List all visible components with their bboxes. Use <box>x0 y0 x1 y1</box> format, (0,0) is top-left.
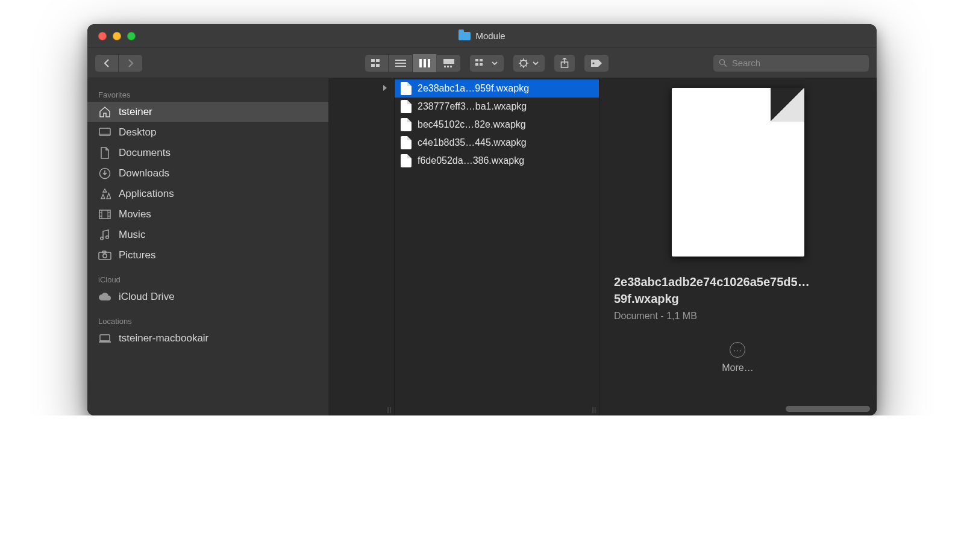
file-row[interactable]: f6de052da…386.wxapkg <box>395 152 599 170</box>
titlebar: Module <box>87 24 877 48</box>
nav-buttons <box>95 54 143 72</box>
home-icon <box>98 107 111 117</box>
sidebar-item-downloads[interactable]: Downloads <box>87 163 328 184</box>
traffic-lights <box>87 32 136 40</box>
document-icon <box>401 154 412 167</box>
file-name: 2e38abc1a…959f.wxapkg <box>418 83 529 94</box>
icon-view-button[interactable] <box>365 54 389 72</box>
horizontal-scrollbar[interactable] <box>786 406 870 412</box>
sidebar-item-applications[interactable]: Applications <box>87 184 328 204</box>
svg-rect-13 <box>450 66 452 67</box>
zoom-window-button[interactable] <box>127 32 136 40</box>
sidebar-item-movies[interactable]: Movies <box>87 204 328 225</box>
file-row[interactable]: 2e38abc1a…959f.wxapkg <box>395 79 599 98</box>
file-row[interactable]: 238777eff3…ba1.wxapkg <box>395 98 599 116</box>
music-icon <box>98 229 111 241</box>
column-view-button[interactable] <box>413 54 437 72</box>
column-preview: 2e38abc1adb2e74c1026a5e75d5…59f.wxapkg D… <box>599 78 877 415</box>
svg-rect-0 <box>371 59 375 62</box>
search-input[interactable] <box>732 58 863 68</box>
file-name: 238777eff3…ba1.wxapkg <box>418 101 527 112</box>
preview-more-label: More… <box>722 362 753 373</box>
sidebar-header-locations: Locations <box>87 313 328 328</box>
sidebar-item-music[interactable]: Music <box>87 225 328 245</box>
forward-button[interactable] <box>119 54 143 72</box>
svg-rect-7 <box>419 59 422 67</box>
svg-rect-35 <box>99 252 111 260</box>
column-file-list[interactable]: 2e38abc1a…959f.wxapkg 238777eff3…ba1.wxa… <box>395 78 599 415</box>
preview-more-button[interactable]: ··· More… <box>722 342 753 373</box>
content-area: Favorites tsteiner Desktop Documents Dow… <box>87 78 877 415</box>
file-name: c4e1b8d35…445.wxapkg <box>418 137 527 148</box>
preview-thumbnail[interactable] <box>672 88 804 257</box>
list-view-button[interactable] <box>389 54 413 72</box>
view-mode-control <box>365 54 461 72</box>
svg-rect-12 <box>447 66 449 67</box>
svg-rect-16 <box>475 63 478 66</box>
pictures-icon <box>98 250 111 260</box>
column-resize-handle[interactable]: || <box>387 406 392 413</box>
svg-rect-15 <box>480 59 483 61</box>
file-row[interactable]: bec45102c…82e.wxapkg <box>395 116 599 134</box>
sidebar-item-pictures[interactable]: Pictures <box>87 245 328 266</box>
applications-icon <box>98 188 111 200</box>
chevron-right-icon <box>382 83 388 94</box>
svg-rect-11 <box>444 66 446 67</box>
sidebar-item-label: Downloads <box>119 167 169 179</box>
preview-kind-size: Document - 1,1 MB <box>614 311 862 322</box>
svg-rect-3 <box>376 64 380 67</box>
svg-rect-9 <box>428 59 430 67</box>
sidebar-item-label: tsteiner-macbookair <box>119 332 208 344</box>
svg-rect-26 <box>99 210 110 219</box>
downloads-icon <box>98 167 111 179</box>
preview-filename: 2e38abc1adb2e74c1026a5e75d5…59f.wxapkg <box>614 273 862 307</box>
search-field[interactable] <box>713 54 869 72</box>
close-window-button[interactable] <box>98 32 107 40</box>
minimize-window-button[interactable] <box>113 32 121 40</box>
sidebar[interactable]: Favorites tsteiner Desktop Documents Dow… <box>87 78 328 415</box>
document-icon <box>401 100 412 113</box>
sidebar-item-desktop[interactable]: Desktop <box>87 122 328 143</box>
sidebar-item-label: Pictures <box>119 249 155 261</box>
svg-rect-5 <box>395 63 406 64</box>
document-icon <box>401 82 412 95</box>
file-name: f6de052da…386.wxapkg <box>418 155 524 166</box>
sidebar-header-favorites: Favorites <box>87 87 328 102</box>
document-icon <box>401 136 412 149</box>
sidebar-header-icloud: iCloud <box>87 272 328 287</box>
svg-point-21 <box>719 60 724 64</box>
file-row[interactable]: c4e1b8d35…445.wxapkg <box>395 134 599 152</box>
svg-rect-38 <box>100 335 110 341</box>
sidebar-item-label: Desktop <box>119 126 156 138</box>
svg-point-37 <box>103 254 107 258</box>
toolbar <box>87 48 877 78</box>
edit-tags-button[interactable] <box>584 54 609 72</box>
back-button[interactable] <box>95 54 119 72</box>
documents-icon <box>98 147 111 159</box>
group-by-button[interactable] <box>469 54 504 72</box>
desktop-icon <box>98 128 111 137</box>
more-icon: ··· <box>730 342 745 358</box>
svg-rect-14 <box>475 59 478 61</box>
column-parent[interactable]: || <box>328 78 395 415</box>
sidebar-item-computer[interactable]: tsteiner-macbookair <box>87 328 328 349</box>
svg-line-22 <box>724 64 727 67</box>
window-title: Module <box>87 31 877 41</box>
document-icon <box>401 118 412 131</box>
svg-rect-17 <box>480 63 483 66</box>
sidebar-item-label: Applications <box>119 188 174 200</box>
svg-point-33 <box>101 237 104 240</box>
svg-rect-4 <box>395 60 406 61</box>
svg-rect-10 <box>443 59 454 64</box>
svg-point-20 <box>592 62 594 64</box>
action-button[interactable] <box>513 54 545 72</box>
sidebar-item-home[interactable]: tsteiner <box>87 102 328 122</box>
sidebar-item-documents[interactable]: Documents <box>87 143 328 163</box>
share-button[interactable] <box>554 54 575 72</box>
svg-rect-1 <box>376 59 380 62</box>
gallery-view-button[interactable] <box>437 54 461 72</box>
window-title-label: Module <box>475 31 505 41</box>
column-resize-handle[interactable]: || <box>592 406 596 413</box>
search-icon <box>719 58 727 67</box>
sidebar-item-icloud-drive[interactable]: iCloud Drive <box>87 287 328 307</box>
